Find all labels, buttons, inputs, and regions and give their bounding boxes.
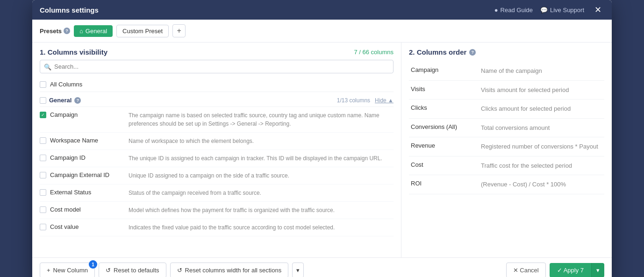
order-item-name: Revenue (409, 137, 479, 156)
modal-body: 1. Columns visibility 7 / 66 columns 🔍 A… (32, 43, 612, 257)
column-campaignid-checkbox[interactable] (40, 155, 46, 161)
footer-right: ✕ Cancel ✓ Apply 7 ▾ (506, 263, 604, 277)
table-row: Cost model Model which defines how the p… (40, 202, 394, 219)
general-preset-button[interactable]: ⌂ General (74, 25, 113, 37)
column-costmodel-checkbox[interactable] (40, 206, 46, 213)
all-columns-checkbox[interactable] (40, 81, 46, 88)
table-row: Visits Visits amount for selected period (409, 80, 604, 99)
hide-section-button[interactable]: Hide ▲ (375, 97, 394, 104)
left-panel: 1. Columns visibility 7 / 66 columns 🔍 A… (32, 43, 401, 257)
order-item-name: Conversions (All) (409, 118, 479, 137)
order-item-desc: Visits amount for selected period (479, 80, 604, 99)
cancel-button[interactable]: ✕ Cancel (506, 263, 546, 277)
book-icon: ● (494, 7, 498, 14)
column-campaignid-label[interactable]: Campaign ID (40, 154, 124, 161)
all-columns-checkbox-label[interactable]: All Columns (40, 81, 82, 88)
column-campaign-label[interactable]: ✓ Campaign (40, 111, 124, 118)
modal: Columns settings ● Read Guide 💬 Live Sup… (32, 0, 612, 277)
order-item-desc: Name of the campaign (479, 62, 604, 80)
column-externalid-checkbox[interactable] (40, 172, 46, 178)
general-section-header: General ? 1/13 columns Hide ▲ (40, 92, 394, 107)
reset-icon: ↺ (106, 267, 111, 274)
reset-width-button[interactable]: ↺ Reset columns width for all sections (170, 263, 289, 277)
general-section-checkbox[interactable] (40, 97, 46, 104)
column-costvalue-label[interactable]: Cost value (40, 223, 124, 230)
column-costmodel-label[interactable]: Cost model (40, 206, 124, 213)
section-title: General ? (40, 97, 81, 104)
order-item-desc: Traffic cost for the selected period (479, 156, 604, 175)
column-campaignid-desc: The unique ID is assigned to each campai… (129, 154, 394, 163)
plus-icon: + (47, 267, 50, 274)
presets-bar: Presets ? ⌂ General Custom Preset + (32, 20, 612, 43)
presets-help-icon[interactable]: ? (64, 28, 70, 34)
left-panel-title: 1. Columns visibility (40, 48, 107, 56)
table-row: Campaign Name of the campaign (409, 62, 604, 80)
home-icon: ⌂ (79, 28, 83, 35)
table-row: Campaign External ID Unique ID assigned … (40, 167, 394, 185)
footer-left: + New Column 1 ↺ Reset to defaults ↺ Res… (40, 263, 304, 277)
search-input[interactable] (40, 60, 394, 73)
all-columns-row: All Columns (40, 77, 394, 92)
table-row: Campaign ID The unique ID is assigned to… (40, 150, 394, 167)
left-panel-header: 1. Columns visibility 7 / 66 columns (32, 43, 401, 60)
header-actions: ● Read Guide 💬 Live Support ✕ (494, 5, 604, 15)
columns-list: All Columns General ? 1/13 columns Hide … (32, 77, 401, 257)
column-extstatus-checkbox[interactable] (40, 189, 46, 196)
table-row: Revenue Registered number of conversions… (409, 137, 604, 156)
read-guide-button[interactable]: ● Read Guide (494, 7, 533, 14)
order-help-icon[interactable]: ? (469, 49, 476, 56)
table-row: Clicks Clicks amount for selected period (409, 99, 604, 119)
chevron-down-icon: ▾ (596, 267, 600, 274)
column-workspace-desc: Name of workspace to which the element b… (129, 137, 394, 145)
section-meta: 1/13 columns Hide ▲ (337, 97, 394, 104)
column-workspace-checkbox[interactable] (40, 137, 46, 144)
right-panel: 2. Columns order ? Campaign Name of the … (401, 43, 612, 257)
table-row: Conversions (All) Total conversions amou… (409, 118, 604, 137)
order-table: Campaign Name of the campaign Visits Vis… (409, 62, 604, 194)
table-row: Workspace Name Name of workspace to whic… (40, 133, 394, 150)
apply-group: ✓ Apply 7 ▾ (550, 263, 604, 277)
live-support-button[interactable]: 💬 Live Support (540, 7, 584, 14)
custom-preset-button[interactable]: Custom Preset (116, 25, 169, 37)
order-item-desc: Registered number of conversions * Payou… (479, 137, 604, 156)
column-externalid-desc: Unique ID assigned to a campaign on the … (129, 171, 394, 180)
chat-icon: 💬 (540, 7, 548, 14)
column-campaign-desc: The campaign name is based on selected t… (129, 111, 394, 128)
table-row: ROI (Revenue - Cost) / Cost * 100% (409, 175, 604, 194)
reset-defaults-button[interactable]: ↺ Reset to defaults (99, 263, 166, 277)
apply-dropdown-button[interactable]: ▾ (591, 263, 604, 277)
section-help-icon[interactable]: ? (74, 97, 81, 104)
right-panel-title: 2. Columns order ? (409, 48, 604, 56)
column-campaign-checkbox[interactable]: ✓ (40, 112, 46, 118)
column-costvalue-checkbox[interactable] (40, 224, 46, 230)
order-item-name: Visits (409, 80, 479, 99)
columns-count: 7 / 66 columns (354, 49, 394, 56)
modal-header: Columns settings ● Read Guide 💬 Live Sup… (32, 0, 612, 20)
order-item-desc: (Revenue - Cost) / Cost * 100% (479, 175, 604, 194)
close-button[interactable]: ✕ (592, 5, 604, 15)
order-item-name: Cost (409, 156, 479, 175)
chevron-down-icon: ▾ (296, 267, 300, 274)
order-item-name: Clicks (409, 99, 479, 119)
more-footer-button[interactable]: ▾ (292, 263, 304, 277)
column-extstatus-desc: Status of the campaign received from a t… (129, 189, 394, 197)
presets-label: Presets ? (40, 28, 70, 35)
table-row: Cost Traffic cost for the selected perio… (409, 156, 604, 175)
order-item-desc: Total conversions amount (479, 118, 604, 137)
column-extstatus-label[interactable]: External Status (40, 189, 124, 196)
add-preset-button[interactable]: + (172, 24, 186, 37)
column-costvalue-desc: Indicates the fixed value paid to the tr… (129, 223, 394, 232)
reset-width-icon: ↺ (177, 267, 182, 274)
apply-button[interactable]: ✓ Apply 7 (550, 263, 591, 277)
table-row: Cost value Indicates the fixed value pai… (40, 219, 394, 236)
column-workspace-label[interactable]: Workspace Name (40, 137, 124, 144)
column-externalid-label[interactable]: Campaign External ID (40, 171, 124, 178)
table-row: External Status Status of the campaign r… (40, 185, 394, 202)
modal-footer: + New Column 1 ↺ Reset to defaults ↺ Res… (32, 257, 612, 277)
new-column-badge: 1 (89, 260, 97, 269)
table-row: ✓ Campaign The campaign name is based on… (40, 107, 394, 133)
order-item-name: Campaign (409, 62, 479, 80)
search-icon: 🔍 (44, 63, 51, 70)
new-column-button[interactable]: + New Column 1 (40, 263, 95, 277)
column-costmodel-desc: Model which defines how the payment for … (129, 206, 394, 214)
